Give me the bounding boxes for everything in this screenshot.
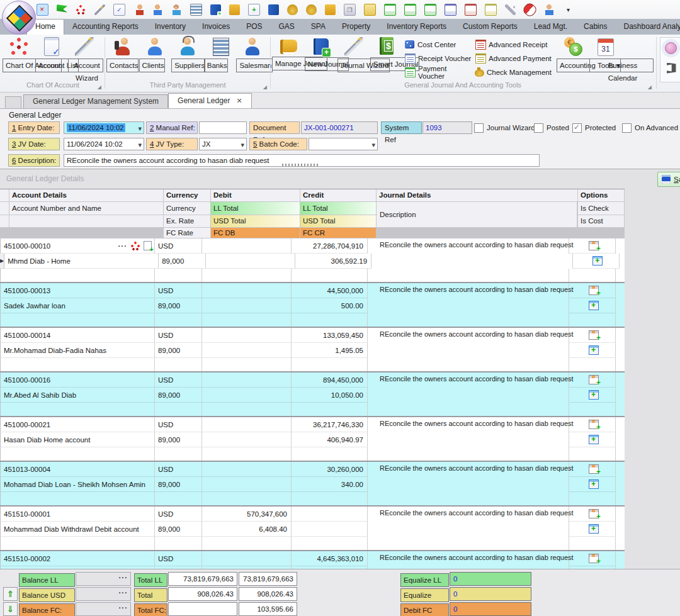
account-name-cell[interactable]: Mr.Mohamad Diab-Fadia Nahas <box>1 343 155 358</box>
account-code-cell[interactable]: 451510-00001 <box>1 507 155 522</box>
account-name-cell[interactable]: Mohammad Diab Withdrawl Debit account <box>1 522 155 537</box>
grid-row-group[interactable]: 451000-00013USD44,500,000Sadek Jawhar lo… <box>0 283 625 328</box>
ribbon-button-accounting-tools[interactable]: Accounting Tools ▾ <box>557 35 589 57</box>
voucher-green-icon[interactable] <box>384 4 396 16</box>
header-journal-details[interactable]: Journal Details <box>377 189 578 202</box>
grid-row-group[interactable]: 451000-00016USD894,450,000Mr.Abed Al Sah… <box>0 372 625 417</box>
wand-icon[interactable] <box>94 4 105 15</box>
account-name-cell[interactable]: Mr.Abed Al Sahib Diab <box>1 388 155 403</box>
row-selector-cell[interactable]: ▶ <box>0 254 4 269</box>
ribbon-button-manage-journal[interactable]: Manage Journal <box>272 35 305 55</box>
support-agent-icon[interactable] <box>171 4 182 15</box>
exchange-rate-cell[interactable]: 89,000 <box>155 432 202 447</box>
ribbon-button-advanced-payment[interactable]: Advanced Payment <box>475 52 554 65</box>
close-window-icon[interactable] <box>37 4 48 16</box>
journal-details-cell[interactable]: REconcile the owners account according t… <box>377 328 578 371</box>
currency-cell[interactable]: USD <box>155 328 202 343</box>
dialog-launcher-icon[interactable]: ◢ <box>648 84 652 90</box>
journal-details-cell[interactable]: REconcile the owners account according t… <box>377 507 578 550</box>
exchange-rate-cell[interactable]: 89,000 <box>155 477 202 492</box>
journal-details-cell[interactable]: REconcile the owners account according t… <box>377 372 578 416</box>
credit-usd-cell[interactable]: 1,495.05 <box>292 343 368 358</box>
debit-ll-cell[interactable] <box>202 238 292 254</box>
credit-ll-cell[interactable] <box>292 507 368 522</box>
manual-ref-input[interactable] <box>199 121 247 134</box>
grid-row-group[interactable]: 451000-00021USD36,217,746,330Hasan Diab … <box>0 417 625 462</box>
grid-row-group[interactable]: 451000-00014USD133,059,450Mr.Mohamad Dia… <box>0 328 625 372</box>
credit-usd-cell[interactable]: 406,940.97 <box>292 432 368 447</box>
chart-network-icon[interactable] <box>76 4 86 15</box>
ribbon-button-chart-of-account[interactable]: Chart Of Account <box>3 35 35 57</box>
debit-usd-cell[interactable] <box>202 432 292 447</box>
debit-ll-cell[interactable] <box>202 372 292 388</box>
voucher-blue-icon[interactable] <box>445 4 456 16</box>
grid-add-icon[interactable] <box>589 554 599 563</box>
currency-cell[interactable]: USD <box>155 283 202 298</box>
tab-inventory-reports[interactable]: Inventory Reports <box>378 19 455 35</box>
window-add-icon[interactable] <box>592 256 603 266</box>
report-doc-icon[interactable] <box>364 4 376 16</box>
document-add-icon[interactable] <box>248 4 260 16</box>
voucher-yellow-icon[interactable] <box>485 4 497 16</box>
credit-usd-cell[interactable]: 10,050.00 <box>292 388 368 403</box>
ribbon-button-payment-voucher[interactable]: Payment Voucher <box>404 65 472 79</box>
exchange-rate-cell[interactable]: 89,000 <box>159 254 206 269</box>
dialog-launcher-icon[interactable]: ◢ <box>98 84 101 90</box>
credit-usd-cell[interactable]: 340.00 <box>292 477 368 492</box>
ribbon-button-banks[interactable]: Banks <box>204 35 237 57</box>
journal-details-cell[interactable]: REconcile the owners account according t… <box>377 283 578 327</box>
grid-add-icon[interactable] <box>589 420 599 429</box>
ellipsis-button[interactable]: ··· <box>118 242 128 250</box>
grid-row-group[interactable]: 451000-00010···USD27,286,704,910▶Mhmd Di… <box>0 238 625 283</box>
dialog-launcher-icon[interactable]: ◢ <box>263 84 267 90</box>
checkbox-on-advanced[interactable]: On Advanced <box>622 121 678 134</box>
document-check-icon[interactable] <box>113 4 125 16</box>
copy-pages-icon[interactable] <box>344 4 356 16</box>
debit-ll-cell[interactable]: 570,347,600 <box>202 507 292 522</box>
window-add-icon[interactable] <box>589 524 599 534</box>
client-icon[interactable] <box>152 4 163 15</box>
currency-cell[interactable]: USD <box>155 507 202 522</box>
folder-icon[interactable] <box>325 4 336 15</box>
header-options[interactable]: Options <box>578 189 625 202</box>
checkbox-posted[interactable]: Posted <box>534 121 569 134</box>
tab-cabins[interactable]: Cabins <box>575 19 615 35</box>
flag-icon[interactable] <box>57 4 67 15</box>
ribbon-button-salesman[interactable]: Salesman <box>236 35 269 57</box>
debit-usd-cell[interactable] <box>202 477 292 492</box>
new-account-icon[interactable] <box>144 241 152 250</box>
currency-cell[interactable]: USD <box>155 417 202 432</box>
grid-add-icon[interactable] <box>589 286 599 295</box>
journal-details-cell[interactable]: REconcile the owners account according t… <box>377 462 578 505</box>
journal-book-icon[interactable] <box>229 4 240 15</box>
grid-row-group[interactable]: 451013-00004USD30,260,000Mohamad Diab Lo… <box>0 462 625 507</box>
tab-scroll-button[interactable] <box>5 96 21 108</box>
office-icon[interactable] <box>666 63 676 74</box>
account-code-cell[interactable]: 451000-00010··· <box>1 238 155 254</box>
browse-icon[interactable]: ··· <box>119 574 128 581</box>
more-dropdown-icon[interactable]: ▾ <box>563 4 574 15</box>
theme-pink-icon[interactable] <box>665 42 677 54</box>
account-name-cell[interactable]: Hasan Diab Home account <box>1 432 155 447</box>
credit-ll-cell[interactable]: 36,217,746,330 <box>292 417 368 432</box>
batch-code-select[interactable] <box>309 138 378 150</box>
tab-lead-mgt[interactable]: Lead Mgt. <box>526 19 575 35</box>
options-cell[interactable] <box>573 254 620 269</box>
credit-usd-cell[interactable] <box>292 522 368 537</box>
ribbon-button-account-list[interactable]: Account List <box>35 35 68 57</box>
move-up-button[interactable]: ⇑ <box>3 587 18 601</box>
debit-ll-cell[interactable] <box>202 551 292 566</box>
journal-details-cell[interactable]: REconcile the owners account according t… <box>377 551 578 569</box>
book-add-icon[interactable] <box>210 4 221 15</box>
grid-add-icon[interactable] <box>589 509 599 518</box>
tab-general-ledger-management-system[interactable]: General Ledger Management System <box>23 94 168 108</box>
ribbon-button-journal-wizard[interactable]: Journal Wizard <box>337 35 370 57</box>
credit-ll-cell[interactable]: 30,260,000 <box>292 462 368 477</box>
ribbon-button-check-management[interactable]: Check Management <box>475 65 554 79</box>
balance-ll-field[interactable]: ··· <box>76 572 131 586</box>
ribbon-button-suppliers[interactable]: Suppliers <box>171 35 204 57</box>
grid-add-icon[interactable] <box>589 330 599 340</box>
currency-cell[interactable]: USD <box>155 551 202 566</box>
tab-gas[interactable]: GAS <box>270 19 302 35</box>
debit-ll-cell[interactable] <box>202 417 292 432</box>
